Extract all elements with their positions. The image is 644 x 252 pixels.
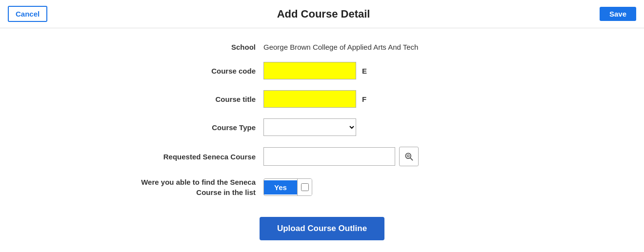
toggle-yes-label[interactable]: Yes: [264, 180, 297, 194]
course-title-label: Course title: [127, 95, 263, 103]
header: Cancel Add Course Detail Save: [0, 0, 644, 28]
course-type-row: Course Type: [127, 118, 517, 136]
school-value: George Brown College of Applied Arts And…: [263, 43, 418, 51]
svg-point-2: [407, 155, 409, 157]
seneca-course-row: Requested Seneca Course: [127, 147, 517, 166]
form-container: School George Brown College of Applied A…: [0, 28, 644, 252]
course-code-suffix: E: [362, 67, 367, 75]
toggle-container: Yes: [263, 178, 312, 196]
seneca-find-label: Were you able to find the Seneca Course …: [127, 177, 263, 197]
school-row: School George Brown College of Applied A…: [127, 43, 517, 51]
course-title-suffix: F: [362, 95, 366, 103]
course-title-input[interactable]: [263, 90, 356, 108]
upload-course-outline-button[interactable]: Upload Course Outline: [260, 217, 384, 240]
school-label: School: [127, 43, 263, 51]
seneca-course-input[interactable]: [263, 147, 395, 166]
course-type-label: Course Type: [127, 123, 263, 132]
page-title: Add Course Detail: [47, 8, 600, 20]
seneca-find-checkbox[interactable]: [301, 183, 309, 191]
course-code-input[interactable]: [263, 62, 356, 79]
course-type-select[interactable]: [263, 118, 356, 136]
save-button[interactable]: Save: [600, 7, 636, 21]
seneca-course-label: Requested Seneca Course: [127, 153, 263, 161]
svg-line-1: [410, 158, 413, 160]
upload-row: Upload Course Outline: [127, 212, 517, 240]
search-icon: [404, 152, 414, 161]
course-title-row: Course title F: [127, 90, 517, 108]
seneca-find-row: Were you able to find the Seneca Course …: [127, 177, 517, 197]
toggle-checkbox-area: [297, 179, 312, 195]
cancel-button[interactable]: Cancel: [8, 6, 47, 22]
course-code-row: Course code E: [127, 62, 517, 79]
page-container: Cancel Add Course Detail Save School Geo…: [0, 0, 644, 252]
course-code-label: Course code: [127, 67, 263, 75]
search-button[interactable]: [399, 147, 419, 166]
